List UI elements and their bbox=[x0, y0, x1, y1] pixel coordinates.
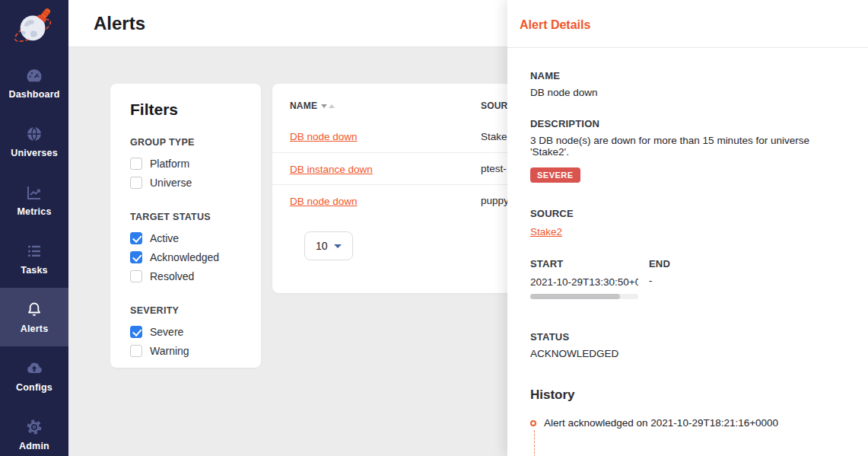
horizontal-scrollbar[interactable] bbox=[530, 294, 638, 299]
page-size-value: 10 bbox=[316, 240, 328, 252]
sidebar-item-dashboard[interactable]: Dashboard bbox=[0, 53, 68, 112]
start-end-row: START 2021-10-29T13:30:50+0000 END - bbox=[530, 258, 850, 299]
field-value: 2021-10-29T13:30:50+0000 bbox=[530, 276, 638, 288]
field-label: START bbox=[530, 258, 649, 269]
filter-group-label: SEVERITY bbox=[130, 305, 246, 316]
checkbox-label: Resolved bbox=[150, 270, 194, 282]
sidebar-item-label: Admin bbox=[19, 441, 49, 451]
field-label: STATUS bbox=[530, 331, 850, 343]
sidebar-item-label: Configs bbox=[16, 382, 52, 393]
sort-desc-icon bbox=[321, 104, 327, 108]
yugabyte-logo[interactable] bbox=[0, 0, 68, 53]
field-source: SOURCE Stake2 bbox=[530, 208, 850, 238]
filter-group-group-type: GROUP TYPE Platform Universe bbox=[130, 137, 246, 189]
field-label: NAME bbox=[530, 70, 850, 81]
bell-icon bbox=[25, 301, 43, 319]
checkbox-icon[interactable] bbox=[130, 158, 142, 170]
scrollbar-thumb[interactable] bbox=[530, 294, 620, 299]
alert-name-link[interactable]: DB node down bbox=[290, 196, 358, 207]
checkbox-label: Acknowledged bbox=[150, 251, 219, 263]
history-event-text: Alert acknowledged on 2021-10-29T18:21:1… bbox=[544, 417, 778, 429]
field-label: DESCRIPTION bbox=[530, 118, 850, 129]
field-value: ACKNOWLEDGED bbox=[530, 348, 850, 359]
history-event: Alert acknowledged on 2021-10-29T18:21:1… bbox=[530, 417, 850, 429]
timeline-connector bbox=[534, 430, 535, 456]
sidebar-item-metrics[interactable]: Metrics bbox=[0, 171, 68, 229]
field-start: START 2021-10-29T13:30:50+0000 bbox=[530, 258, 649, 299]
checkbox-icon[interactable] bbox=[130, 270, 142, 282]
sidebar-item-label: Tasks bbox=[21, 265, 48, 276]
sort-icons[interactable] bbox=[321, 104, 335, 108]
field-value: DB node down bbox=[530, 87, 850, 98]
sidebar-item-tasks[interactable]: Tasks bbox=[0, 229, 68, 288]
sidebar-item-admin[interactable]: Admin bbox=[0, 405, 68, 456]
filter-group-severity: SEVERITY Severe Warning bbox=[130, 305, 246, 357]
field-label: END bbox=[649, 258, 670, 269]
checkbox-label: Platform bbox=[150, 158, 189, 170]
logo-globe-rocket-icon bbox=[9, 6, 59, 47]
sidebar-item-label: Dashboard bbox=[8, 89, 59, 100]
sidebar-item-configs[interactable]: Configs bbox=[0, 346, 68, 405]
page-size-dropdown[interactable]: 10 bbox=[304, 231, 353, 260]
sidebar-item-label: Alerts bbox=[21, 324, 49, 334]
globe-icon bbox=[25, 125, 43, 143]
filter-group-label: TARGET STATUS bbox=[130, 212, 246, 222]
field-status: STATUS ACKNOWLEDGED bbox=[530, 331, 850, 359]
field-value: 3 DB node(s) are down for more than 15 m… bbox=[530, 135, 850, 158]
history-title: History bbox=[530, 387, 850, 403]
checkbox-platform[interactable]: Platform bbox=[130, 158, 246, 170]
sort-asc-icon bbox=[329, 104, 335, 108]
alert-name-link[interactable]: DB instance down bbox=[290, 164, 373, 175]
field-label: SOURCE bbox=[530, 208, 850, 219]
sidebar-item-universes[interactable]: Universes bbox=[0, 112, 68, 171]
checkbox-label: Warning bbox=[150, 345, 189, 357]
line-chart-icon bbox=[25, 183, 43, 202]
alert-name-link[interactable]: DB node down bbox=[290, 131, 358, 142]
field-description: DESCRIPTION 3 DB node(s) are down for mo… bbox=[530, 118, 850, 183]
sidebar-item-label: Metrics bbox=[17, 206, 51, 217]
checkbox-icon[interactable] bbox=[130, 345, 142, 357]
details-title: Alert Details bbox=[507, 0, 868, 32]
filter-group-label: GROUP TYPE bbox=[130, 137, 246, 148]
alerts-page: Dashboard Universes Metrics bbox=[0, 0, 868, 456]
checkbox-active[interactable]: Active bbox=[130, 232, 246, 244]
timeline-dot-icon bbox=[530, 420, 536, 426]
checkbox-label: Active bbox=[150, 232, 179, 244]
checkbox-resolved[interactable]: Resolved bbox=[130, 270, 246, 282]
sidebar-nav: Dashboard Universes Metrics bbox=[0, 53, 68, 456]
gear-icon bbox=[25, 418, 43, 436]
sidebar-item-alerts[interactable]: Alerts bbox=[0, 288, 68, 346]
chevron-down-icon bbox=[334, 244, 342, 248]
checkbox-icon[interactable] bbox=[130, 326, 142, 338]
cloud-upload-icon bbox=[25, 359, 43, 378]
checkbox-acknowledged[interactable]: Acknowledged bbox=[130, 251, 246, 263]
field-end: END - bbox=[649, 258, 670, 299]
checkbox-severe[interactable]: Severe bbox=[130, 326, 246, 338]
column-header-name[interactable]: NAME bbox=[290, 100, 481, 111]
source-link[interactable]: Stake2 bbox=[530, 226, 562, 238]
filters-title: Filters bbox=[130, 100, 246, 119]
column-header-label: NAME bbox=[290, 100, 317, 111]
field-name: NAME DB node down bbox=[530, 70, 850, 98]
filter-group-target-status: TARGET STATUS Active Acknowledged Resolv… bbox=[130, 212, 246, 282]
checkbox-warning[interactable]: Warning bbox=[130, 345, 246, 357]
list-icon bbox=[25, 242, 43, 260]
checkbox-icon[interactable] bbox=[130, 251, 142, 263]
checkbox-label: Severe bbox=[150, 326, 183, 338]
gauge-icon bbox=[25, 66, 43, 85]
sidebar-item-label: Universes bbox=[11, 148, 58, 158]
checkbox-label: Universe bbox=[150, 177, 192, 189]
checkbox-icon[interactable] bbox=[130, 177, 142, 189]
checkbox-icon[interactable] bbox=[130, 232, 142, 244]
field-value: - bbox=[649, 275, 670, 286]
filters-panel: Filters GROUP TYPE Platform Universe TAR… bbox=[110, 84, 261, 368]
severity-badge: SEVERE bbox=[530, 167, 580, 183]
history-timeline: Alert acknowledged on 2021-10-29T18:21:1… bbox=[530, 417, 850, 456]
alert-details-panel: Alert Details NAME DB node down DESCRIPT… bbox=[507, 0, 868, 456]
sidebar: Dashboard Universes Metrics bbox=[0, 0, 68, 456]
checkbox-universe[interactable]: Universe bbox=[130, 177, 246, 189]
details-body: NAME DB node down DESCRIPTION 3 DB node(… bbox=[507, 48, 868, 456]
